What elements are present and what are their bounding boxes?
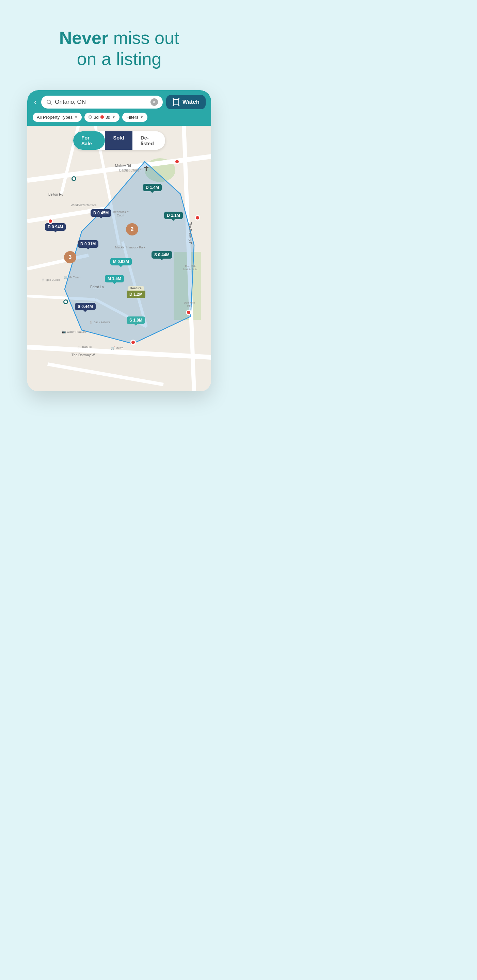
street-label-pabst: Pabst Ln bbox=[90, 285, 104, 289]
headline-strong: Never bbox=[59, 28, 108, 48]
date-filter[interactable]: 3d 3d ▼ bbox=[85, 113, 120, 122]
map-area: For Sale Sold De-listed Mallow Rd Belton… bbox=[27, 126, 211, 391]
filters-button[interactable]: Filters ▼ bbox=[122, 113, 147, 122]
property-type-chevron: ▼ bbox=[74, 115, 78, 119]
headline: Never miss outon a listing bbox=[59, 27, 179, 70]
svg-rect-2 bbox=[173, 99, 179, 105]
red-dot-4 bbox=[186, 310, 191, 315]
date-chevron: ▼ bbox=[112, 115, 115, 119]
poi-kabuki: 🍴 Kabuki bbox=[78, 345, 92, 349]
search-box[interactable]: Ontario, ON × bbox=[41, 95, 163, 108]
watch-button[interactable]: Watch bbox=[166, 95, 206, 109]
watch-label: Watch bbox=[182, 99, 199, 105]
cluster-3[interactable]: 3 bbox=[64, 251, 76, 263]
search-query: Ontario, ON bbox=[55, 99, 147, 105]
red-dot-2 bbox=[195, 215, 200, 221]
listing-d094m[interactable]: D 0.94M bbox=[45, 223, 66, 231]
clear-button[interactable]: × bbox=[150, 98, 158, 106]
tab-for-sale[interactable]: For Sale bbox=[73, 131, 105, 150]
listing-d12m-feature[interactable]: Feature D 1.2M bbox=[127, 286, 145, 298]
street-label-mallow: Mallow Rd bbox=[115, 164, 131, 168]
street-label-belton: Belton Rd bbox=[48, 192, 63, 196]
poi-water: 📷 Water Feature bbox=[62, 330, 86, 334]
listing-s18m[interactable]: S 1.8M bbox=[127, 317, 145, 324]
red-dot-5 bbox=[131, 340, 136, 345]
map-tabs: For Sale Sold De-listed bbox=[73, 131, 165, 150]
listing-d031m[interactable]: D 0.31M bbox=[78, 240, 98, 248]
listing-s044m-right[interactable]: S 0.44M bbox=[152, 251, 172, 259]
tab-delisted[interactable]: De-listed bbox=[132, 131, 165, 150]
poi-jackas: 🍴 Jack Astor's bbox=[89, 321, 110, 324]
svg-point-0 bbox=[47, 100, 51, 104]
white-dot-1 bbox=[72, 176, 76, 181]
listing-m092m[interactable]: M 0.92M bbox=[110, 258, 132, 266]
phone-container: ‹ Ontario, ON × Watch bbox=[27, 90, 211, 391]
street-label-donway-e: The Donway E bbox=[188, 222, 192, 244]
listing-d045m[interactable]: D 0.45M bbox=[91, 209, 111, 217]
poi-greenrock: Greenrock atCourt bbox=[112, 210, 129, 217]
listing-m15m[interactable]: M 1.5M bbox=[105, 275, 124, 282]
radio-from bbox=[89, 115, 92, 119]
white-dot-2 bbox=[63, 299, 68, 304]
top-bar: ‹ Ontario, ON × Watch bbox=[27, 90, 211, 126]
back-button[interactable]: ‹ bbox=[33, 96, 38, 108]
poi-donmills1: Don MillsMiddle Scho bbox=[183, 265, 198, 271]
street-label-donway-w: The Donway W bbox=[72, 353, 95, 357]
poi-jigee: 🍴 igee Queen bbox=[41, 278, 60, 282]
poi-baptist: Baptist Church bbox=[119, 169, 142, 172]
poi-hancock: Macklin Hancock Park bbox=[115, 246, 145, 249]
property-type-filter[interactable]: All Property Types ▼ bbox=[33, 113, 82, 122]
cluster-2[interactable]: 2 bbox=[126, 223, 138, 235]
tab-sold[interactable]: Sold bbox=[105, 131, 132, 150]
filters-chevron: ▼ bbox=[140, 115, 144, 119]
listing-s044m-left[interactable]: S 0.44M bbox=[75, 303, 96, 310]
svg-line-1 bbox=[50, 103, 52, 105]
radio-to bbox=[101, 115, 104, 119]
watch-icon bbox=[172, 98, 180, 106]
poi-windfields: Windfield's Terrace bbox=[71, 204, 97, 207]
feature-badge: Feature bbox=[128, 286, 144, 291]
listing-d14m[interactable]: D 1.4M bbox=[143, 184, 162, 191]
search-icon bbox=[46, 99, 52, 105]
feature-price: D 1.2M bbox=[127, 291, 145, 298]
red-dot-3 bbox=[48, 218, 53, 224]
poi-donmills2: Don MillsInst. bbox=[184, 301, 195, 307]
listing-d11m[interactable]: D 1.1M bbox=[164, 212, 183, 219]
poi-metro: 🛒 Metro bbox=[111, 347, 124, 350]
red-dot-1 bbox=[174, 159, 180, 164]
poi-mcewan: 🛒 McEwan bbox=[64, 275, 80, 279]
